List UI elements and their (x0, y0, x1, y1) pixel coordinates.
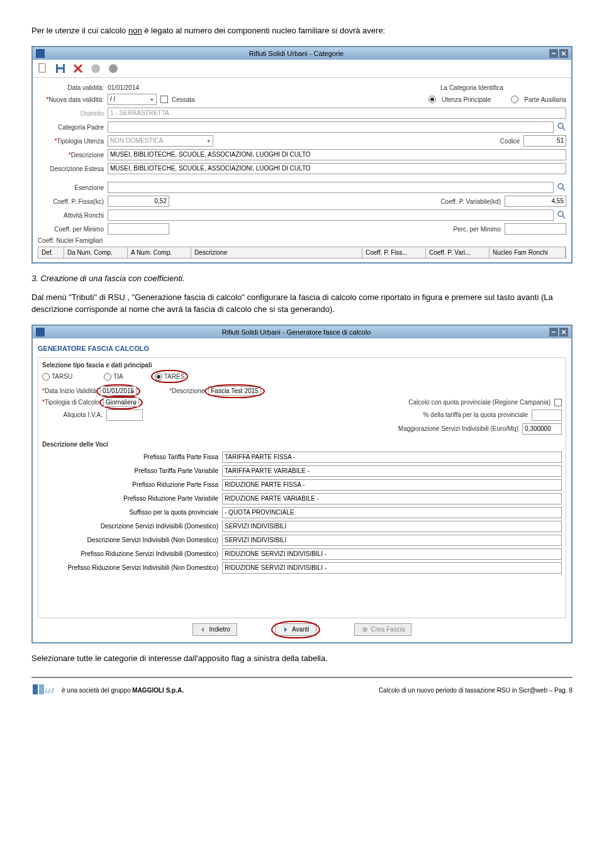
indietro-button[interactable]: Indietro (193, 623, 237, 636)
search-icon[interactable] (557, 211, 566, 220)
col-descr: Descrizione (191, 247, 362, 258)
tia-label: TIA (113, 373, 123, 380)
step3-paragraph: Dal menù "Tributi" di RSU , "Generazione… (31, 292, 573, 314)
coeff-fissa-kc-label: Coeff. P. Fissa(kc) (38, 198, 104, 205)
tia-radio[interactable] (104, 373, 111, 381)
coeff-minimo-input[interactable] (108, 223, 169, 235)
voce-label: Prefisso Tariffa Parte Fissa (42, 453, 218, 460)
generatore-header: GENERATORE FASCIA CALCOLO (38, 345, 566, 352)
close-icon[interactable] (559, 49, 568, 58)
minimize-icon[interactable] (549, 328, 558, 337)
cessata-label: Cessata (172, 96, 195, 103)
nuova-data-validita-input[interactable]: / / (108, 94, 157, 105)
voce-label: Descrizione Servizi Indivisibili (Domest… (42, 523, 218, 530)
attivita-ronchi-input[interactable] (108, 209, 554, 221)
perc-tariffa-input[interactable] (532, 409, 562, 421)
coeff-fissa-kc-input[interactable]: 0,52 (108, 196, 169, 207)
aliquota-input[interactable] (106, 409, 143, 421)
cessata-checkbox[interactable] (160, 96, 168, 103)
svg-rect-6 (58, 64, 63, 67)
col-def: Def. (38, 247, 64, 258)
codice-label: Codice (500, 138, 520, 145)
svg-rect-7 (58, 69, 63, 73)
parte-ausiliaria-radio[interactable] (511, 96, 518, 103)
svg-line-15 (562, 188, 565, 191)
svg-marker-22 (284, 627, 287, 632)
voce-input[interactable]: RIDUZIONE SERVIZI INDIVISIBILI - (222, 548, 562, 560)
intro-paragraph: Per le utenze il cui calcolo non è legat… (31, 25, 573, 36)
svg-point-23 (362, 627, 367, 632)
coeff-var-kd-label: Coeff. P. Variabile(kd) (440, 198, 501, 205)
aliquota-label: Aliquota I.V.A. (42, 411, 103, 418)
quota-prov-label: Calcolo con quota provinciale (Regione C… (408, 399, 551, 406)
voce-label: Prefisso Riduzione Parte Variabile (42, 495, 218, 502)
esenzione-input[interactable] (108, 182, 554, 193)
data-validita-value: 01/01/2014 (108, 84, 139, 91)
seltipo-label: Selezione tipo fascia e dati principali (42, 362, 562, 369)
voce-input[interactable]: RIDUZIONE PARTE FISSA - (222, 479, 562, 491)
svg-point-10 (91, 64, 100, 73)
search-icon[interactable] (557, 123, 566, 131)
tares-label: TARES (164, 373, 185, 380)
distretto-input: 1 - SERRASTRETTA (108, 108, 566, 119)
logo-icon: i.r.l (31, 682, 57, 698)
codice-input[interactable]: 51 (523, 135, 566, 147)
svg-point-16 (558, 211, 563, 216)
minimize-icon[interactable] (549, 49, 558, 58)
data-validita-label: Data validità: (38, 84, 104, 91)
maggiorazione-input[interactable]: 0,300000 (522, 423, 562, 435)
tarsu-radio[interactable] (42, 373, 50, 381)
maggiorazione-label: Maggiorazione Servizi Indivisibili (Euro… (398, 425, 518, 432)
voce-input[interactable]: RIDUZIONE PARTE VARIABILE - (222, 493, 562, 504)
voce-label: Prefisso Riduzione Servizi Indivisibili … (42, 564, 218, 571)
tip-calcolo-select[interactable]: Giornaliero (103, 398, 139, 407)
nuclei-fam-label: Coeff. Nuclei Famigliari (38, 237, 113, 244)
search-icon[interactable] (557, 183, 566, 192)
col-a-num: A Num. Comp. (128, 247, 191, 258)
window-title: Rifiuti Solidi Urbani - Generatore fasce… (45, 328, 548, 336)
window-categorie: Rifiuti Solidi Urbani - Categorie Data v… (31, 46, 573, 264)
utenza-principale-radio[interactable] (428, 96, 436, 103)
window-title: Rifiuti Solidi Urbani - Categorie (45, 50, 548, 57)
coeff-var-kd-input[interactable]: 4,55 (505, 196, 566, 207)
titlebar: Rifiuti Solidi Urbani - Generatore fasce… (33, 326, 571, 338)
tool-icon-2[interactable] (107, 62, 120, 75)
svg-point-12 (558, 123, 563, 128)
categoria-padre-input[interactable] (108, 121, 554, 133)
tipologia-utenza-select[interactable]: NON DOMESTICA (108, 135, 213, 147)
data-inizio-label: Data Inizio Validità (45, 387, 96, 394)
voce-input[interactable]: TARIFFA PARTE FISSA - (222, 452, 562, 463)
perc-minimo-label: Perc. per Minimo (453, 226, 501, 233)
descrizione-estesa-input[interactable]: MUSEI, BIBLIOTECHE, SCUOLE, ASSOCIAZIONI… (108, 163, 566, 174)
tares-radio[interactable] (155, 373, 162, 381)
descrizione-input[interactable]: MUSEI, BIBLIOTECHE, SCUOLE, ASSOCIAZIONI… (108, 149, 566, 160)
tool-icon-1[interactable] (89, 62, 102, 75)
avanti-button[interactable]: Avanti (275, 623, 316, 636)
svg-point-14 (558, 184, 563, 189)
table-header-row: Def. Da Num. Comp. A Num. Comp. Descrizi… (38, 247, 566, 259)
perc-minimo-input[interactable] (505, 223, 566, 235)
save-icon[interactable] (54, 62, 67, 75)
voce-input[interactable]: TARIFFA PARTE VARIABILE - (222, 465, 562, 477)
footer-right: Calcolo di un nuovo periodo di tassazion… (379, 687, 573, 694)
footer-left: è una società del gruppo MAGGIOLI S.p.A. (62, 687, 184, 694)
new-icon[interactable] (36, 62, 49, 75)
voce-input[interactable]: SERVIZI INDIVISIBILI (222, 521, 562, 532)
svg-marker-21 (201, 627, 204, 632)
data-inizio-input[interactable]: 01/01/2015 (100, 386, 137, 396)
categoria-padre-label: Categoria Padre (38, 124, 104, 131)
svg-rect-24 (33, 684, 38, 694)
utenza-principale-label: Utenza Principale (442, 96, 491, 103)
crea-fascia-button[interactable]: Crea Fascia (354, 623, 412, 636)
voce-input[interactable]: SERVIZI INDIVISIBILI (222, 535, 562, 546)
descrizione-label: Descrizione (71, 152, 104, 159)
delete-icon[interactable] (72, 62, 84, 75)
col-ronchi: Nucleo Fam Ronchi (489, 247, 566, 258)
voce-input[interactable]: RIDUZIONE SERVIZI INDIVISIBILI - (222, 562, 562, 574)
quota-prov-checkbox[interactable] (554, 399, 562, 406)
voce-label: Suffisso per la quota provinciale (42, 509, 218, 516)
voce-input[interactable]: - QUOTA PROVINCIALE (222, 507, 562, 518)
descr-input[interactable]: Fascia Test 2015 (208, 386, 260, 396)
nuova-data-validita-label: Nuova data validità: (48, 96, 104, 103)
close-icon[interactable] (559, 328, 568, 337)
